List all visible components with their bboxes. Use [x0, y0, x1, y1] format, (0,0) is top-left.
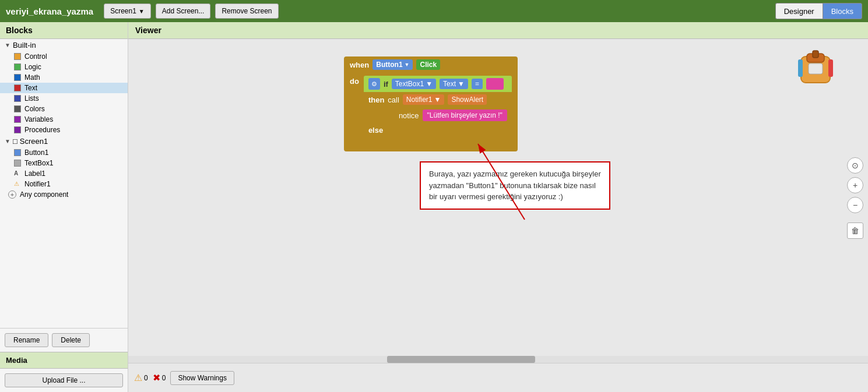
svg-rect-6	[798, 59, 803, 77]
screen1-toggle-icon: ▼	[5, 138, 10, 144]
upload-file-button[interactable]: Upload File ...	[5, 373, 123, 387]
bottom-scrollbar[interactable]	[128, 356, 868, 363]
warning-icon: ⚠	[134, 372, 142, 383]
right-controls: ⊙ + − 🗑	[847, 157, 863, 239]
plus-icon: +	[8, 190, 16, 199]
designer-mode-button[interactable]: Designer	[775, 3, 823, 19]
procedures-color-icon	[14, 126, 21, 133]
math-color-icon	[14, 74, 21, 81]
sidebar-item-procedures[interactable]: Procedures	[0, 125, 128, 135]
notice-label: notice	[399, 111, 419, 120]
sidebar-section-builtin[interactable]: ▼ Built-in	[0, 39, 128, 51]
app-title: veriyi_ekrana_yazma	[6, 6, 93, 16]
sidebar-item-button1[interactable]: Button1	[0, 147, 128, 158]
then-row: then call Notifier1 ▼ ShowAlert	[364, 92, 512, 107]
else-row: else	[364, 123, 512, 137]
if-container: ⚙ if TextBox1 ▼ Text ▼ =	[364, 76, 512, 137]
annotation-box: Buraya, yazı yazmamız gereken kutucuğa b…	[420, 161, 610, 210]
errors-badge: ✖ 0	[153, 372, 166, 383]
text-label: Text	[24, 84, 37, 92]
screen1-folder-icon: □	[13, 137, 17, 146]
mode-buttons: Designer Blocks	[775, 3, 862, 19]
errors-count: 0	[162, 374, 166, 382]
logic-color-icon	[14, 63, 21, 70]
button1-label: Button1	[24, 149, 48, 157]
sidebar: Blocks ▼ Built-in Control Logic Math Tex…	[0, 22, 128, 392]
screen1-dropdown-arrow: ▼	[139, 8, 145, 15]
notifier1-arrow: ▼	[434, 96, 441, 104]
show-warnings-button[interactable]: Show Warnings	[170, 371, 234, 385]
sidebar-item-variables[interactable]: Variables	[0, 114, 128, 125]
control-label: Control	[24, 52, 47, 61]
sidebar-item-logic[interactable]: Logic	[0, 62, 128, 72]
sidebar-header: Blocks	[0, 22, 128, 39]
do-block: do ⚙ if TextBox1 ▼ Text	[344, 73, 518, 140]
variables-label: Variables	[24, 115, 53, 123]
textbox1-arrow: ▼	[426, 80, 433, 88]
remove-screen-button[interactable]: Remove Screen	[215, 3, 278, 19]
annotation-text: Buraya, yazı yazmamız gereken kutucuğa b…	[429, 169, 601, 201]
if-row[interactable]: ⚙ if TextBox1 ▼ Text ▼ =	[364, 76, 512, 92]
notice-row: notice "Lütfen birşeyler yazın !"	[364, 107, 512, 123]
button1-tag[interactable]: Button1 ▼	[372, 59, 413, 70]
sidebar-item-textbox1[interactable]: TextBox1	[0, 158, 128, 168]
text-color-icon	[14, 84, 21, 91]
viewer-canvas[interactable]: when Button1 ▼ Click do ⚙ if	[128, 39, 868, 356]
builtin-label: Built-in	[13, 41, 36, 50]
screen1-section-label: Screen1	[20, 137, 48, 146]
eq-tag[interactable]: =	[472, 79, 483, 89]
viewer-header: Viewer	[128, 22, 868, 39]
then-label: then	[368, 96, 384, 104]
bottom-bar: ⚠ 0 ✖ 0 Show Warnings	[128, 363, 868, 392]
if-label: if	[384, 80, 388, 89]
topbar: veriyi_ekrana_yazma Screen1 ▼ Add Screen…	[0, 0, 868, 22]
sidebar-item-any-component[interactable]: + Any component	[0, 189, 128, 200]
blocks-mode-button[interactable]: Blocks	[823, 3, 862, 19]
delete-button[interactable]: Delete	[52, 333, 90, 347]
logic-label: Logic	[24, 63, 41, 71]
sidebar-item-colors[interactable]: Colors	[0, 104, 128, 114]
svg-rect-5	[813, 51, 818, 58]
lists-label: Lists	[24, 94, 39, 103]
navigate-button[interactable]: ⊙	[847, 157, 863, 174]
button1-icon	[14, 149, 21, 156]
sidebar-item-notifier1[interactable]: ⚠ Notifier1	[0, 179, 128, 189]
show-alert-tag[interactable]: ShowAlert	[448, 94, 487, 105]
when-block[interactable]: when Button1 ▼ Click	[344, 56, 518, 73]
screen1-button[interactable]: Screen1 ▼	[104, 3, 151, 19]
add-screen-button[interactable]: Add Screen...	[156, 3, 211, 19]
zoom-in-button[interactable]: +	[847, 177, 863, 193]
rename-button[interactable]: Rename	[5, 333, 48, 347]
main-layout: Blocks ▼ Built-in Control Logic Math Tex…	[0, 22, 868, 392]
scrollbar-thumb[interactable]	[387, 356, 535, 363]
trash-button[interactable]: 🗑	[847, 223, 863, 239]
textbox1-label: TextBox1	[24, 159, 53, 167]
notifier1-label: Notifier1	[24, 180, 51, 188]
sidebar-item-label1[interactable]: A Label1	[0, 168, 128, 179]
pink-value-block[interactable]	[486, 78, 504, 90]
textbox1-icon	[14, 160, 21, 167]
colors-color-icon	[14, 105, 21, 112]
colors-label: Colors	[24, 105, 45, 113]
sidebar-section-screen1[interactable]: ▼ □ Screen1	[0, 135, 128, 147]
sidebar-item-lists[interactable]: Lists	[0, 93, 128, 104]
zoom-out-button[interactable]: −	[847, 197, 863, 213]
click-tag[interactable]: Click	[416, 59, 440, 70]
text-block-tag[interactable]: Text ▼	[440, 79, 468, 89]
sidebar-item-text[interactable]: Text	[0, 83, 128, 93]
notice-text-block[interactable]: "Lütfen birşeyler yazın !"	[423, 110, 507, 121]
sidebar-item-control[interactable]: Control	[0, 51, 128, 62]
math-label: Math	[24, 73, 40, 82]
textbox1-block-tag[interactable]: TextBox1 ▼	[392, 79, 436, 89]
label1-icon: A	[14, 170, 21, 177]
do-label: do	[350, 77, 359, 86]
gear-icon: ⚙	[368, 78, 380, 90]
svg-rect-4	[809, 63, 823, 74]
sidebar-item-math[interactable]: Math	[0, 72, 128, 83]
when-label: when	[350, 61, 369, 69]
notifier1-block-tag[interactable]: Notifier1 ▼	[403, 94, 445, 105]
viewer: Viewer when Button1 ▼ Click do	[128, 22, 868, 392]
warnings-badge: ⚠ 0	[134, 372, 148, 383]
else-label: else	[368, 126, 383, 135]
media-section-header: Media	[0, 352, 128, 369]
